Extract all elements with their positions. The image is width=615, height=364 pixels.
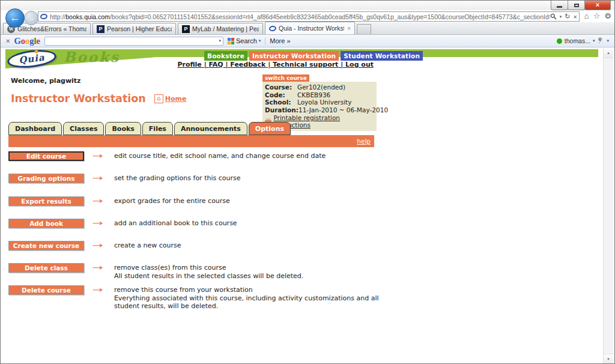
forward-button[interactable]: → (24, 11, 38, 25)
tab-close-icon[interactable]: × (347, 25, 351, 32)
presence-dot-icon (557, 38, 562, 44)
restore-button[interactable] (568, 1, 585, 10)
tab-files[interactable]: Files (142, 122, 173, 135)
arrow-icon: → (92, 151, 103, 160)
toolbar-more-button[interactable]: More » (270, 37, 290, 44)
link-feedback[interactable]: Feedback (223, 61, 266, 68)
toolbar-divider (265, 37, 265, 45)
url-text: http://books.quia.com/books?qbid=0.06527… (50, 13, 550, 20)
arrow-icon: → (92, 174, 103, 183)
input-dropdown-icon[interactable]: ▾ (219, 38, 221, 43)
settings-gear-icon[interactable]: ⚙ (604, 11, 611, 20)
tools-dropdown-icon[interactable]: ▾ (607, 38, 609, 43)
workstation-nav: Bookstore Instructor Workstation Student… (204, 51, 423, 61)
page-scrollbar[interactable]: ▲ ▼ (603, 48, 613, 364)
scroll-down-icon[interactable]: ▼ (604, 354, 613, 364)
restore-icon (574, 4, 579, 7)
action-description: remove this course from your workstation (114, 286, 401, 294)
delete-course-button[interactable]: Delete course (8, 285, 84, 295)
pearson-icon: P (182, 25, 190, 33)
link-log-out[interactable]: Log out (338, 61, 374, 68)
action-description: export grades for the entire course (114, 197, 230, 205)
back-button[interactable]: ← (5, 8, 25, 28)
home-icon[interactable]: ⌂ (584, 11, 589, 20)
tab-label: Quia - Instructor Workstation (279, 25, 344, 32)
browser-tab-quia-active[interactable]: Quia - Instructor Workstation × (265, 22, 355, 34)
action-row-export-results: Export results → export grades for the e… (8, 196, 230, 206)
action-description: add an additional book to this course (114, 219, 237, 228)
refresh-icon[interactable]: ↻ (565, 13, 570, 20)
action-row-edit-course: Edit course → edit course title, edit sc… (8, 151, 326, 161)
grading-options-button[interactable]: Grading options (8, 174, 84, 183)
workstation-tab-bar: Dashboard Classes Books Files Announceme… (8, 122, 291, 135)
action-row-add-book: Add book → add an additional book to thi… (8, 219, 237, 228)
wrench-icon[interactable] (597, 37, 604, 44)
new-tab-button[interactable] (357, 24, 371, 34)
browser-tab-mylab[interactable]: P MyLab / Mastering | Pearson (178, 23, 263, 34)
address-bar[interactable]: http://books.quia.com/books?qbid=0.06527… (38, 11, 580, 22)
export-results-button[interactable]: Export results (8, 196, 84, 206)
close-button[interactable]: × (584, 1, 611, 10)
home-icon: ⌂ (154, 94, 163, 103)
google-search-button[interactable]: Search ▾ (228, 37, 261, 44)
welcome-text: Welcome, plagwitz (11, 77, 81, 85)
tab-classes[interactable]: Classes (63, 122, 104, 135)
action-description: Everything associated with this course, … (114, 294, 401, 311)
nav-bookstore[interactable]: Bookstore (204, 51, 247, 61)
google-logo: Google (14, 37, 40, 45)
tab-label: Pearson | Higher Education (107, 25, 172, 32)
minimize-icon (557, 6, 562, 8)
google-search-icon (228, 38, 234, 44)
close-icon: × (596, 2, 599, 8)
edit-course-button[interactable]: Edit course (8, 151, 84, 161)
home-link[interactable]: ⌂ Home (154, 94, 187, 103)
toolbar-close-icon[interactable]: × (6, 37, 10, 44)
tab-label: MyLab / Mastering | Pearson (192, 25, 259, 32)
title-bar (1, 1, 614, 10)
delete-class-button[interactable]: Delete class (8, 263, 84, 273)
search-button-dropdown-icon: ▾ (259, 38, 261, 43)
course-row: Course:Ger102(ended) (265, 83, 374, 91)
add-book-button[interactable]: Add book (8, 219, 84, 228)
tab-books[interactable]: Books (105, 122, 141, 135)
link-profile[interactable]: Profile (177, 61, 201, 68)
tab-options[interactable]: Options (249, 122, 291, 135)
tab-dashboard[interactable]: Dashboard (8, 122, 62, 135)
nav-instructor-workstation[interactable]: Instructor Workstation (249, 51, 339, 61)
browser-tab-pearson[interactable]: P Pearson | Higher Education (92, 23, 176, 34)
course-row: Code:CKBEB936 (265, 91, 374, 99)
tab-announcements[interactable]: Announcements (174, 122, 247, 135)
stop-icon[interactable]: × (574, 13, 577, 20)
google-search-input[interactable]: ▾ (44, 37, 223, 46)
page-title: Instructor Workstation (11, 93, 146, 105)
quia-favicon-icon (268, 25, 276, 32)
tab-label: Glitches&Errors « Thomas' Wo... (17, 25, 86, 32)
help-link[interactable]: help (357, 138, 371, 145)
account-links: ProfileFAQFeedbackTechnical supportLog o… (2, 61, 374, 68)
window-controls: × (551, 1, 611, 10)
switch-course-button[interactable]: switch course (262, 74, 309, 82)
arrow-icon: → (92, 263, 103, 272)
arrow-icon: → (92, 219, 103, 228)
nav-student-workstation[interactable]: Student Workstation (341, 51, 423, 61)
account-dropdown-icon[interactable]: ▾ (593, 38, 595, 43)
arrow-icon: → (92, 241, 103, 250)
account-menu[interactable]: thomas... (565, 37, 590, 44)
search-icon[interactable] (550, 13, 557, 20)
action-row-create-new-course: Create new course → create a new course (8, 241, 181, 250)
quia-favicon-icon (40, 13, 47, 20)
link-technical-support[interactable]: Technical support (265, 61, 338, 68)
search-dropdown-icon[interactable]: ▾ (560, 14, 562, 19)
browser-window: × ← → http://books.quia.com/books?qbid=0… (0, 0, 615, 364)
scroll-up-icon[interactable]: ▲ (604, 48, 613, 58)
minimize-button[interactable] (551, 1, 568, 10)
arrow-icon: → (92, 196, 103, 205)
action-row-delete-class: Delete class → remove class(es) from thi… (8, 263, 303, 280)
pearson-icon: P (97, 25, 105, 33)
favorites-star-icon[interactable]: ☆ (593, 11, 601, 20)
link-faq[interactable]: FAQ (202, 61, 223, 68)
create-new-course-button[interactable]: Create new course (8, 241, 84, 250)
action-description: All student results in the selected clas… (114, 272, 303, 281)
browser-tab-row: W Glitches&Errors « Thomas' Wo... P Pear… (1, 22, 614, 35)
action-description: edit course title, edit school name, and… (114, 152, 326, 160)
